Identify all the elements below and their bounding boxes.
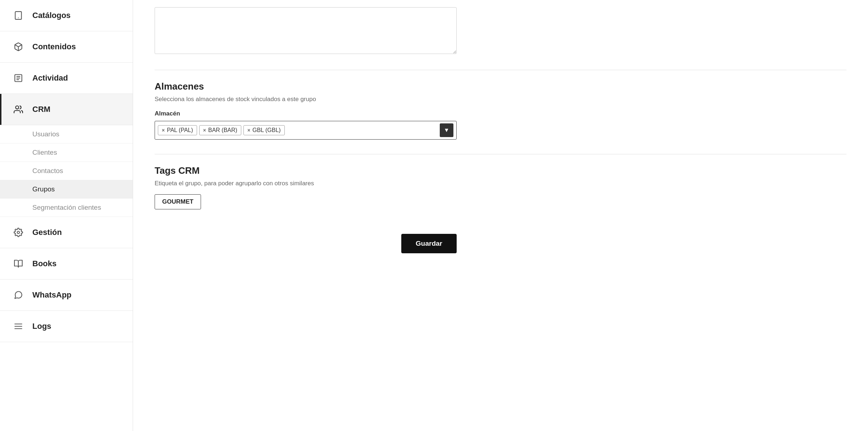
sidebar-item-crm[interactable]: CRM (0, 94, 133, 125)
sidebar-item-gestion[interactable]: Gestión (0, 217, 133, 248)
divider-tags-crm (155, 154, 846, 154)
almacen-field-label: Almacén (155, 110, 846, 117)
save-button-container: Guardar (155, 234, 457, 253)
list-alt-icon (11, 71, 26, 86)
sidebar-subitem-segmentacion-clientes[interactable]: Segmentación clientes (0, 199, 133, 217)
svg-point-8 (17, 231, 20, 234)
tag-bar: × BAR (BAR) (199, 125, 241, 135)
tags-crm-list: GOURMET (155, 194, 846, 212)
box-icon (11, 39, 26, 54)
tag-gbl: × GBL (GBL) (243, 125, 285, 135)
users-icon (11, 102, 26, 117)
main-content: Almacenes Selecciona los almacenes de st… (133, 0, 868, 431)
remove-gbl-icon[interactable]: × (247, 127, 250, 133)
tag-gourmet[interactable]: GOURMET (155, 194, 201, 209)
tablet-icon (11, 8, 26, 23)
remove-bar-icon[interactable]: × (203, 127, 206, 133)
sidebar-item-whatsapp[interactable]: WhatsApp (0, 280, 133, 311)
gear-icon (11, 225, 26, 240)
sidebar-item-contenidos-label: Contenidos (32, 42, 76, 51)
tag-pal: × PAL (PAL) (158, 125, 197, 135)
sidebar-item-catalogos[interactable]: Catálogos (0, 0, 133, 31)
sidebar-item-books-label: Books (32, 259, 56, 268)
almacen-selector[interactable]: × PAL (PAL) × BAR (BAR) × GBL (GBL) ▼ (155, 121, 457, 140)
description-textarea[interactable] (155, 7, 457, 54)
sidebar-item-contenidos[interactable]: Contenidos (0, 31, 133, 63)
sidebar-subitem-contactos[interactable]: Contactos (0, 162, 133, 180)
menu-icon (11, 319, 26, 334)
almacen-dropdown-button[interactable]: ▼ (440, 123, 453, 137)
sidebar-item-whatsapp-label: WhatsApp (32, 290, 72, 300)
sidebar-item-actividad[interactable]: Actividad (0, 63, 133, 94)
sidebar-item-logs-label: Logs (32, 322, 51, 331)
almacenes-section: Almacenes Selecciona los almacenes de st… (155, 81, 846, 140)
sidebar-subitem-grupos[interactable]: Grupos (0, 180, 133, 199)
tags-crm-section: Tags CRM Etiqueta el grupo, para poder a… (155, 165, 846, 212)
sidebar-item-logs[interactable]: Logs (0, 311, 133, 342)
sidebar-subitem-clientes[interactable]: Clientes (0, 144, 133, 162)
tags-crm-description: Etiqueta el grupo, para poder agruparlo … (155, 180, 846, 187)
description-section (155, 0, 846, 66)
sidebar: Catálogos Contenidos Actividad (0, 0, 133, 431)
sidebar-item-catalogos-label: Catálogos (32, 11, 70, 20)
svg-point-7 (15, 106, 19, 109)
remove-pal-icon[interactable]: × (162, 127, 165, 133)
almacenes-title: Almacenes (155, 81, 846, 92)
almacenes-description: Selecciona los almacenes de stock vincul… (155, 96, 846, 103)
sidebar-item-books[interactable]: Books (0, 248, 133, 280)
divider-almacenes (155, 70, 846, 70)
book-icon (11, 256, 26, 271)
whatsapp-icon (11, 287, 26, 303)
tags-crm-title: Tags CRM (155, 165, 846, 176)
sidebar-item-gestion-label: Gestión (32, 228, 62, 237)
save-button[interactable]: Guardar (401, 234, 457, 253)
sidebar-item-actividad-label: Actividad (32, 73, 68, 83)
sidebar-item-crm-label: CRM (32, 105, 50, 114)
sidebar-subitem-usuarios[interactable]: Usuarios (0, 125, 133, 144)
